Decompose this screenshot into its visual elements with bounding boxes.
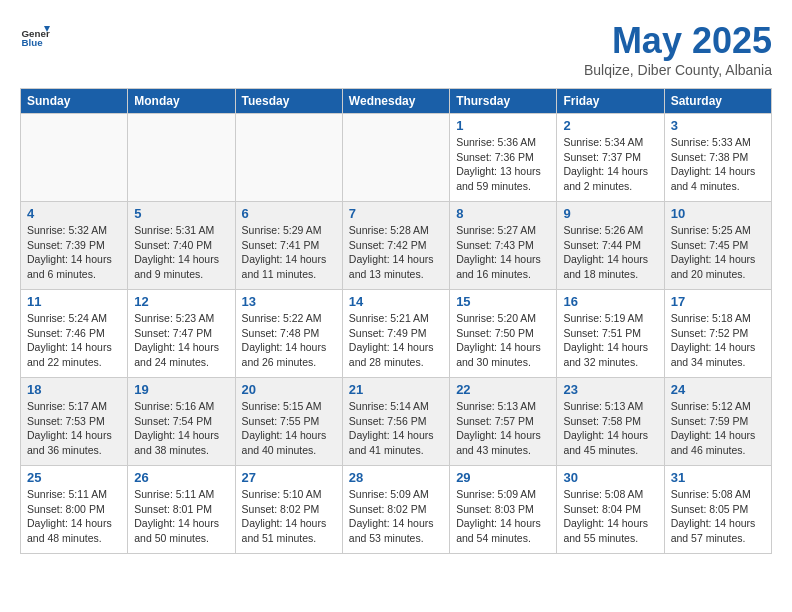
cell-info: Sunrise: 5:23 AMSunset: 7:47 PMDaylight:… xyxy=(134,311,228,370)
calendar-cell: 13Sunrise: 5:22 AMSunset: 7:48 PMDayligh… xyxy=(235,290,342,378)
cell-info: Sunrise: 5:17 AMSunset: 7:53 PMDaylight:… xyxy=(27,399,121,458)
calendar-cell: 15Sunrise: 5:20 AMSunset: 7:50 PMDayligh… xyxy=(450,290,557,378)
day-number: 6 xyxy=(242,206,336,221)
col-header-saturday: Saturday xyxy=(664,89,771,114)
calendar-cell: 5Sunrise: 5:31 AMSunset: 7:40 PMDaylight… xyxy=(128,202,235,290)
cell-info: Sunrise: 5:24 AMSunset: 7:46 PMDaylight:… xyxy=(27,311,121,370)
day-number: 29 xyxy=(456,470,550,485)
cell-info: Sunrise: 5:34 AMSunset: 7:37 PMDaylight:… xyxy=(563,135,657,194)
day-number: 12 xyxy=(134,294,228,309)
cell-info: Sunrise: 5:32 AMSunset: 7:39 PMDaylight:… xyxy=(27,223,121,282)
day-number: 28 xyxy=(349,470,443,485)
calendar-cell: 9Sunrise: 5:26 AMSunset: 7:44 PMDaylight… xyxy=(557,202,664,290)
day-number: 15 xyxy=(456,294,550,309)
calendar-cell: 30Sunrise: 5:08 AMSunset: 8:04 PMDayligh… xyxy=(557,466,664,554)
cell-info: Sunrise: 5:31 AMSunset: 7:40 PMDaylight:… xyxy=(134,223,228,282)
calendar-cell: 22Sunrise: 5:13 AMSunset: 7:57 PMDayligh… xyxy=(450,378,557,466)
calendar-cell xyxy=(342,114,449,202)
title-block: May 2025 Bulqize, Diber County, Albania xyxy=(584,20,772,78)
day-number: 1 xyxy=(456,118,550,133)
week-row-3: 11Sunrise: 5:24 AMSunset: 7:46 PMDayligh… xyxy=(21,290,772,378)
cell-info: Sunrise: 5:10 AMSunset: 8:02 PMDaylight:… xyxy=(242,487,336,546)
calendar-cell: 14Sunrise: 5:21 AMSunset: 7:49 PMDayligh… xyxy=(342,290,449,378)
calendar-cell: 7Sunrise: 5:28 AMSunset: 7:42 PMDaylight… xyxy=(342,202,449,290)
calendar-cell: 2Sunrise: 5:34 AMSunset: 7:37 PMDaylight… xyxy=(557,114,664,202)
day-number: 17 xyxy=(671,294,765,309)
calendar-cell: 24Sunrise: 5:12 AMSunset: 7:59 PMDayligh… xyxy=(664,378,771,466)
day-number: 25 xyxy=(27,470,121,485)
calendar-cell: 27Sunrise: 5:10 AMSunset: 8:02 PMDayligh… xyxy=(235,466,342,554)
svg-text:Blue: Blue xyxy=(22,37,44,48)
day-number: 26 xyxy=(134,470,228,485)
calendar-cell: 6Sunrise: 5:29 AMSunset: 7:41 PMDaylight… xyxy=(235,202,342,290)
calendar-cell: 25Sunrise: 5:11 AMSunset: 8:00 PMDayligh… xyxy=(21,466,128,554)
logo-icon: General Blue xyxy=(20,20,50,50)
calendar-cell: 28Sunrise: 5:09 AMSunset: 8:02 PMDayligh… xyxy=(342,466,449,554)
page-header: General Blue May 2025 Bulqize, Diber Cou… xyxy=(20,20,772,78)
cell-info: Sunrise: 5:14 AMSunset: 7:56 PMDaylight:… xyxy=(349,399,443,458)
calendar-table: SundayMondayTuesdayWednesdayThursdayFrid… xyxy=(20,88,772,554)
week-row-1: 1Sunrise: 5:36 AMSunset: 7:36 PMDaylight… xyxy=(21,114,772,202)
day-number: 23 xyxy=(563,382,657,397)
calendar-cell xyxy=(128,114,235,202)
week-row-2: 4Sunrise: 5:32 AMSunset: 7:39 PMDaylight… xyxy=(21,202,772,290)
cell-info: Sunrise: 5:08 AMSunset: 8:05 PMDaylight:… xyxy=(671,487,765,546)
calendar-cell: 23Sunrise: 5:13 AMSunset: 7:58 PMDayligh… xyxy=(557,378,664,466)
cell-info: Sunrise: 5:25 AMSunset: 7:45 PMDaylight:… xyxy=(671,223,765,282)
calendar-cell: 18Sunrise: 5:17 AMSunset: 7:53 PMDayligh… xyxy=(21,378,128,466)
cell-info: Sunrise: 5:29 AMSunset: 7:41 PMDaylight:… xyxy=(242,223,336,282)
cell-info: Sunrise: 5:12 AMSunset: 7:59 PMDaylight:… xyxy=(671,399,765,458)
day-number: 24 xyxy=(671,382,765,397)
calendar-cell: 29Sunrise: 5:09 AMSunset: 8:03 PMDayligh… xyxy=(450,466,557,554)
col-header-sunday: Sunday xyxy=(21,89,128,114)
calendar-cell: 8Sunrise: 5:27 AMSunset: 7:43 PMDaylight… xyxy=(450,202,557,290)
cell-info: Sunrise: 5:21 AMSunset: 7:49 PMDaylight:… xyxy=(349,311,443,370)
day-number: 9 xyxy=(563,206,657,221)
day-number: 14 xyxy=(349,294,443,309)
calendar-cell: 19Sunrise: 5:16 AMSunset: 7:54 PMDayligh… xyxy=(128,378,235,466)
calendar-header-row: SundayMondayTuesdayWednesdayThursdayFrid… xyxy=(21,89,772,114)
calendar-cell: 1Sunrise: 5:36 AMSunset: 7:36 PMDaylight… xyxy=(450,114,557,202)
cell-info: Sunrise: 5:26 AMSunset: 7:44 PMDaylight:… xyxy=(563,223,657,282)
day-number: 27 xyxy=(242,470,336,485)
calendar-cell: 26Sunrise: 5:11 AMSunset: 8:01 PMDayligh… xyxy=(128,466,235,554)
cell-info: Sunrise: 5:22 AMSunset: 7:48 PMDaylight:… xyxy=(242,311,336,370)
cell-info: Sunrise: 5:11 AMSunset: 8:00 PMDaylight:… xyxy=(27,487,121,546)
day-number: 21 xyxy=(349,382,443,397)
week-row-4: 18Sunrise: 5:17 AMSunset: 7:53 PMDayligh… xyxy=(21,378,772,466)
day-number: 10 xyxy=(671,206,765,221)
calendar-cell: 17Sunrise: 5:18 AMSunset: 7:52 PMDayligh… xyxy=(664,290,771,378)
month-title: May 2025 xyxy=(584,20,772,62)
location-title: Bulqize, Diber County, Albania xyxy=(584,62,772,78)
cell-info: Sunrise: 5:13 AMSunset: 7:57 PMDaylight:… xyxy=(456,399,550,458)
day-number: 3 xyxy=(671,118,765,133)
day-number: 8 xyxy=(456,206,550,221)
day-number: 5 xyxy=(134,206,228,221)
calendar-cell: 21Sunrise: 5:14 AMSunset: 7:56 PMDayligh… xyxy=(342,378,449,466)
cell-info: Sunrise: 5:20 AMSunset: 7:50 PMDaylight:… xyxy=(456,311,550,370)
col-header-tuesday: Tuesday xyxy=(235,89,342,114)
col-header-wednesday: Wednesday xyxy=(342,89,449,114)
day-number: 2 xyxy=(563,118,657,133)
cell-info: Sunrise: 5:18 AMSunset: 7:52 PMDaylight:… xyxy=(671,311,765,370)
cell-info: Sunrise: 5:33 AMSunset: 7:38 PMDaylight:… xyxy=(671,135,765,194)
logo: General Blue xyxy=(20,20,50,50)
calendar-cell: 31Sunrise: 5:08 AMSunset: 8:05 PMDayligh… xyxy=(664,466,771,554)
cell-info: Sunrise: 5:09 AMSunset: 8:02 PMDaylight:… xyxy=(349,487,443,546)
day-number: 18 xyxy=(27,382,121,397)
week-row-5: 25Sunrise: 5:11 AMSunset: 8:00 PMDayligh… xyxy=(21,466,772,554)
day-number: 7 xyxy=(349,206,443,221)
cell-info: Sunrise: 5:11 AMSunset: 8:01 PMDaylight:… xyxy=(134,487,228,546)
calendar-cell xyxy=(21,114,128,202)
calendar-cell: 10Sunrise: 5:25 AMSunset: 7:45 PMDayligh… xyxy=(664,202,771,290)
calendar-cell: 11Sunrise: 5:24 AMSunset: 7:46 PMDayligh… xyxy=(21,290,128,378)
cell-info: Sunrise: 5:28 AMSunset: 7:42 PMDaylight:… xyxy=(349,223,443,282)
col-header-monday: Monday xyxy=(128,89,235,114)
cell-info: Sunrise: 5:09 AMSunset: 8:03 PMDaylight:… xyxy=(456,487,550,546)
cell-info: Sunrise: 5:27 AMSunset: 7:43 PMDaylight:… xyxy=(456,223,550,282)
day-number: 20 xyxy=(242,382,336,397)
cell-info: Sunrise: 5:08 AMSunset: 8:04 PMDaylight:… xyxy=(563,487,657,546)
calendar-cell: 20Sunrise: 5:15 AMSunset: 7:55 PMDayligh… xyxy=(235,378,342,466)
calendar-cell xyxy=(235,114,342,202)
day-number: 13 xyxy=(242,294,336,309)
